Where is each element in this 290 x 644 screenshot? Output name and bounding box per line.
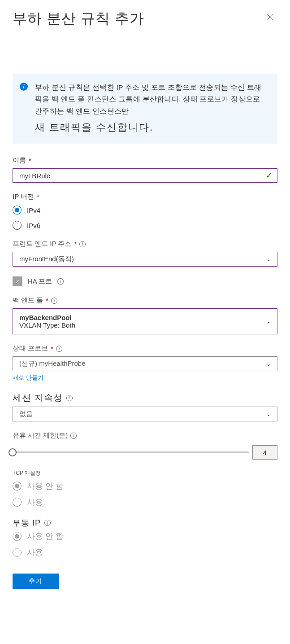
close-button[interactable] (263, 9, 277, 25)
radio-floatingip-disabled: 사용 안 함 (13, 531, 277, 542)
create-new-link[interactable]: 새로 만들기 (13, 374, 43, 382)
radio-icon (13, 206, 22, 215)
radio-icon (13, 498, 22, 507)
chevron-down-icon: ⌄ (266, 361, 271, 367)
frontend-label: 프런트 엔드 IP 주소 * i (13, 240, 277, 248)
radio-icon (13, 548, 22, 557)
help-icon[interactable]: i (57, 278, 64, 285)
session-select[interactable]: 없음 ⌄ (13, 407, 277, 421)
help-icon[interactable]: i (66, 395, 73, 401)
idle-slider[interactable] (13, 451, 249, 453)
help-icon[interactable]: i (44, 520, 51, 526)
info-text: 부하 분산 규칙은 선택한 IP 주소 및 포트 조합으로 전송되는 수신 트래… (35, 82, 268, 136)
slider-thumb[interactable] (9, 448, 17, 456)
help-icon[interactable]: i (51, 298, 57, 304)
name-input[interactable]: myLBRule ✓ (13, 168, 277, 183)
radio-tcpreset-disabled: 사용 안 함 (13, 481, 277, 491)
floatingip-label: 부동 IP i (13, 517, 277, 528)
info-icon: i (20, 83, 28, 91)
radio-icon (13, 221, 22, 230)
radio-tcpreset-enabled: 사용 (13, 497, 277, 508)
radio-ipv4[interactable]: IPv4 (13, 206, 277, 215)
radio-floatingip-enabled: 사용 (13, 547, 277, 558)
backend-select[interactable]: myBackendPool VXLAN Type: Both ⌄ (13, 308, 277, 334)
idle-label: 유휴 시간 제한(분) i (13, 431, 277, 440)
chevron-down-icon: ⌄ (266, 411, 271, 417)
add-button[interactable]: 추가 (13, 574, 59, 589)
checkbox-icon: ✓ (13, 276, 22, 286)
name-label: 이름 * (13, 156, 277, 165)
haports-checkbox[interactable]: ✓ HA 포트 i (13, 276, 277, 286)
info-banner: i 부하 분산 규칙은 선택한 IP 주소 및 포트 조합으로 전송되는 수신 … (13, 74, 277, 144)
help-icon[interactable]: i (70, 433, 77, 439)
radio-icon (13, 532, 22, 541)
probe-label: 상태 프로브 * i (13, 344, 277, 353)
check-icon: ✓ (266, 171, 273, 180)
tcpreset-label: TCP 재설정 (13, 469, 277, 477)
idle-value: 4 (252, 445, 277, 460)
radio-icon (13, 482, 22, 491)
frontend-select[interactable]: myFrontEnd(동적) ⌄ (13, 252, 277, 267)
ipversion-label: IP 버전 * (13, 193, 277, 201)
chevron-down-icon: ⌄ (266, 318, 271, 324)
session-label: 세션 지속성 i (13, 392, 277, 404)
radio-ipv6[interactable]: IPv6 (13, 221, 277, 230)
backend-label: 백 엔드 풀 * i (13, 296, 277, 305)
close-icon (267, 13, 274, 21)
probe-select[interactable]: (신규) myHealthProbe ⌄ (13, 356, 277, 371)
chevron-down-icon: ⌄ (266, 256, 271, 263)
page-title: 부하 분산 규칙 추가 (13, 9, 144, 29)
help-icon[interactable]: i (56, 346, 62, 352)
help-icon[interactable]: i (79, 241, 86, 247)
